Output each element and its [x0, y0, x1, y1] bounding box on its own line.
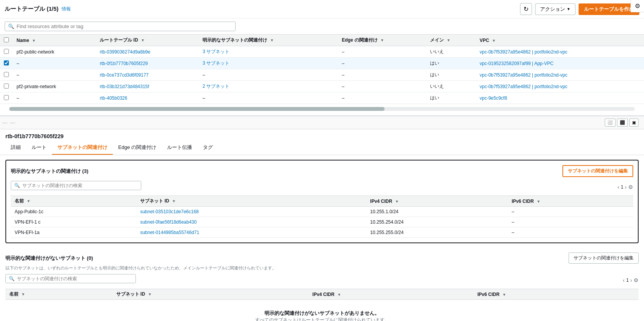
search-icon-implicit: 🔍: [9, 276, 15, 281]
col-ipv6-implicit[interactable]: IPv6 CIDR ▼: [473, 289, 639, 300]
tab-Edge-の関連付け[interactable]: Edge の関連付け: [113, 141, 162, 155]
implicit-next-page[interactable]: ›: [630, 277, 632, 283]
subnet-id-link[interactable]: subnet-0fae56f18d6eab430: [140, 219, 197, 225]
col-name[interactable]: Name ▼: [13, 35, 96, 46]
col-vpc[interactable]: VPC ▼: [476, 35, 644, 46]
row-checkbox-cell[interactable]: [0, 69, 13, 81]
view-split-vertical[interactable]: ⬛: [617, 119, 628, 127]
explicit-next-page[interactable]: ›: [625, 184, 627, 190]
row-checkbox[interactable]: [4, 84, 9, 89]
settings-icon[interactable]: ⚙: [635, 3, 640, 9]
row-subnets[interactable]: 3 サブネット: [199, 58, 338, 69]
rtb-id-link[interactable]: rtb-0f1b7770b7605f229: [100, 61, 148, 66]
tab-ルート伝播[interactable]: ルート伝播: [162, 141, 197, 155]
explicit-table-row: VPN-EFI-1a subnet-0144985ba55746d71 10.2…: [11, 227, 633, 238]
row-vpc[interactable]: vpc-0b7f53927a95e4862 | portfolio2nd-vpc: [476, 46, 644, 58]
scrollbar-area[interactable]: [0, 104, 644, 115]
main-table-wrap: Name ▼ ルートテーブル ID ▼ 明示的なサブネットの関連付け ▼ Edg…: [0, 34, 644, 104]
row-checkbox[interactable]: [4, 95, 9, 100]
view-full[interactable]: ▣: [629, 119, 639, 127]
col-main[interactable]: メイン ▼: [426, 35, 476, 46]
row-vpc[interactable]: vpc-9e5c9cf8: [476, 92, 644, 104]
col-subnet-id-implicit[interactable]: サブネット ID ▼: [112, 289, 309, 300]
view-split-horizontal[interactable]: ⬜: [605, 119, 616, 127]
main-table: Name ▼ ルートテーブル ID ▼ 明示的なサブネットの関連付け ▼ Edg…: [0, 34, 644, 104]
row-vpc[interactable]: vpc-0b7f53927a95e4862 | portfolio2nd-vpc: [476, 69, 644, 81]
row-checkbox[interactable]: [4, 49, 9, 54]
explicit-row-subnet-id[interactable]: subnet-0144985ba55746d71: [136, 227, 366, 238]
explicit-table-header: 名前 ▼ サブネット ID ▼ IPv4 CIDR ▼ IPv6 CIDR ▼: [11, 196, 633, 207]
row-subnets[interactable]: 3 サブネット: [199, 46, 338, 58]
refresh-button[interactable]: ↻: [520, 3, 532, 15]
panel-divider[interactable]: — — ⬜ ⬛ ▣: [0, 116, 644, 129]
col-ipv6[interactable]: IPv6 CIDR ▼: [508, 196, 633, 207]
row-checkbox[interactable]: [4, 60, 9, 65]
action-label: アクション: [540, 6, 565, 13]
subnet-id-link[interactable]: subnet-035103c1de7e6c168: [140, 209, 199, 214]
col-name-implicit[interactable]: 名前 ▼: [5, 289, 112, 300]
row-subnets[interactable]: 2 サブネット: [199, 81, 338, 92]
explicit-row-subnet-id[interactable]: subnet-035103c1de7e6c168: [136, 207, 366, 217]
edit-explicit-button[interactable]: サブネットの関連付けを編集: [562, 165, 633, 177]
subnets-link[interactable]: 3 サブネット: [202, 49, 229, 54]
implicit-section-header: 明示的な関連付けがないサブネット (0) サブネットの関連付けを編集: [5, 252, 639, 264]
vpc-link[interactable]: vpc-0b7f53927a95e4862 | portfolio2nd-vpc: [480, 72, 567, 78]
row-checkbox-cell[interactable]: [0, 46, 13, 58]
row-checkbox-cell[interactable]: [0, 58, 13, 69]
row-rtb-id[interactable]: rtb-0f1b7770b7605f229: [96, 58, 199, 69]
edit-implicit-button[interactable]: サブネットの関連付けを編集: [569, 252, 639, 264]
explicit-settings-btn[interactable]: ⚙: [628, 184, 633, 190]
horizontal-scrollbar[interactable]: [9, 107, 635, 111]
row-vpc[interactable]: vpc-0b7f53927a95e4862 | portfolio2nd-vpc: [476, 81, 644, 92]
implicit-description: 以下のサブネットは、いずれのルートテーブルとも明示的に関連付けられていなかったた…: [5, 265, 352, 271]
row-vpc[interactable]: vpc-0195232582097af99 | App-VPC: [476, 58, 644, 69]
explicit-search-input[interactable]: [22, 183, 138, 188]
col-ipv4[interactable]: IPv4 CIDR ▼: [366, 196, 508, 207]
subnets-link[interactable]: 3 サブネット: [202, 60, 229, 66]
page-title: ルートテーブル (1/5): [5, 5, 59, 13]
col-subnet-id[interactable]: サブネット ID ▼: [136, 196, 366, 207]
tab-タグ[interactable]: タグ: [197, 141, 218, 155]
vpc-link[interactable]: vpc-0b7f53927a95e4862 | portfolio2nd-vpc: [480, 84, 567, 89]
tab-サブネットの関連付け[interactable]: サブネットの関連付け: [52, 141, 113, 155]
row-checkbox-cell[interactable]: [0, 81, 13, 92]
implicit-settings-btn[interactable]: ⚙: [634, 277, 639, 283]
col-edge[interactable]: Edge の関連付け ▼: [338, 35, 426, 46]
vpc-link[interactable]: vpc-9e5c9cf8: [480, 95, 507, 101]
empty-state-sub: すべてのサブネットはルートテーブルに関連付けられています。: [17, 317, 627, 321]
table-row: – rtb-0f1b7770b7605f229 3 サブネット – はい vpc…: [0, 58, 644, 69]
tab-詳細[interactable]: 詳細: [5, 141, 26, 155]
action-button[interactable]: アクション ▼: [535, 3, 575, 15]
vpc-link[interactable]: vpc-0195232582097af99 | App-VPC: [480, 61, 554, 66]
row-rtb-id[interactable]: rtb-03b321d73d484315f: [96, 81, 199, 92]
tab-ルート[interactable]: ルート: [26, 141, 52, 155]
row-rtb-id[interactable]: rtb-405b0326: [96, 92, 199, 104]
search-input[interactable]: [17, 23, 232, 29]
col-rtb-id[interactable]: ルートテーブル ID ▼: [96, 35, 199, 46]
explicit-prev-page[interactable]: ‹: [617, 184, 619, 190]
rtb-id-link[interactable]: rtb-405b0326: [100, 95, 127, 101]
info-link[interactable]: 情報: [62, 6, 71, 12]
explicit-row-subnet-id[interactable]: subnet-0fae56f18d6eab430: [136, 217, 366, 227]
vpc-link[interactable]: vpc-0b7f53927a95e4862 | portfolio2nd-vpc: [480, 49, 567, 55]
select-all-header[interactable]: [0, 35, 13, 46]
subnets-link[interactable]: 2 サブネット: [202, 84, 229, 89]
col-ipv4-implicit[interactable]: IPv4 CIDR ▼: [309, 289, 474, 300]
implicit-search-wrap: 🔍: [5, 274, 136, 283]
row-rtb-id[interactable]: rtb-0ce737cd3d6f09177: [96, 69, 199, 81]
select-all-checkbox[interactable]: [4, 37, 9, 42]
row-edge: –: [338, 92, 426, 104]
implicit-prev-page[interactable]: ‹: [623, 277, 625, 283]
col-name-explicit[interactable]: 名前 ▼: [11, 196, 136, 207]
implicit-search-input[interactable]: [17, 276, 132, 281]
row-main: はい: [426, 92, 476, 104]
rtb-id-link[interactable]: rtb-0399036274d9a8b9e: [100, 49, 150, 55]
row-checkbox[interactable]: [4, 72, 9, 77]
subnet-id-link[interactable]: subnet-0144985ba55746d71: [140, 230, 199, 235]
divider-handle: — —: [2, 120, 16, 125]
rtb-id-link[interactable]: rtb-0ce737cd3d6f09177: [100, 72, 149, 78]
col-subnets[interactable]: 明示的なサブネットの関連付け ▼: [199, 35, 338, 46]
row-rtb-id[interactable]: rtb-0399036274d9a8b9e: [96, 46, 199, 58]
row-checkbox-cell[interactable]: [0, 92, 13, 104]
rtb-id-link[interactable]: rtb-03b321d73d484315f: [100, 84, 149, 89]
